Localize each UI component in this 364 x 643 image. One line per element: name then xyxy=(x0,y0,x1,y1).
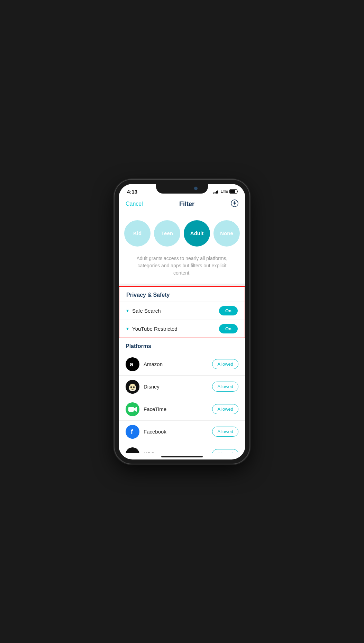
hbo-allowed-btn[interactable]: Allowed xyxy=(212,449,238,453)
safe-search-label: Safe Search xyxy=(132,308,161,314)
facebook-name: Facebook xyxy=(144,429,166,435)
platform-left-hbo: HBO HBO xyxy=(126,447,155,453)
page-title: Filter xyxy=(179,200,194,208)
status-time: 4:13 xyxy=(127,189,137,195)
front-camera xyxy=(194,187,198,190)
chevron-down-icon[interactable]: ▾ xyxy=(126,308,129,313)
svg-rect-8 xyxy=(128,407,134,412)
signal-bar-1 xyxy=(213,193,214,194)
disney-allowed-btn[interactable]: Allowed xyxy=(212,382,238,392)
svg-point-6 xyxy=(130,386,132,388)
amazon-allowed-btn[interactable]: Allowed xyxy=(212,359,238,369)
platform-row-disney: Disney Allowed xyxy=(119,375,245,398)
status-icons: LTE xyxy=(213,189,237,194)
youtube-restricted-row: ▾ YouTube Restricted On xyxy=(119,320,245,338)
age-btn-teen[interactable]: Teen xyxy=(154,220,180,247)
platform-row-facebook: f Facebook Allowed xyxy=(119,420,245,443)
phone-notch xyxy=(156,184,208,194)
phone-screen: 4:13 LTE Cancel Filter xyxy=(119,184,245,459)
chevron-down-icon-2[interactable]: ▾ xyxy=(126,326,129,331)
section-divider xyxy=(119,284,245,286)
platform-left-facebook: f Facebook xyxy=(126,425,166,439)
battery-fill xyxy=(230,190,235,193)
age-btn-adult[interactable]: Adult xyxy=(184,220,210,247)
lte-label: LTE xyxy=(220,189,228,194)
privacy-section-title: Privacy & Safety xyxy=(119,287,245,302)
disney-icon xyxy=(126,380,139,394)
signal-bar-2 xyxy=(215,192,216,194)
facebook-allowed-btn[interactable]: Allowed xyxy=(212,427,238,437)
svg-text:f: f xyxy=(131,428,133,435)
facetime-allowed-btn[interactable]: Allowed xyxy=(212,404,238,414)
platform-left-disney: Disney xyxy=(126,380,160,394)
age-filter-group: Kid Teen Adult None xyxy=(119,213,245,252)
signal-bar-3 xyxy=(216,191,217,194)
youtube-restricted-left: ▾ YouTube Restricted xyxy=(126,326,178,332)
amazon-icon: a xyxy=(126,357,139,371)
hbo-icon: HBO xyxy=(126,447,139,453)
youtube-restricted-label: YouTube Restricted xyxy=(132,326,178,332)
facetime-name: FaceTime xyxy=(144,406,166,412)
header: Cancel Filter xyxy=(119,196,245,213)
facetime-icon xyxy=(126,402,139,416)
cancel-button[interactable]: Cancel xyxy=(126,201,143,207)
signal-bars xyxy=(213,189,218,194)
age-btn-kid[interactable]: Kid xyxy=(124,220,151,247)
amazon-name: Amazon xyxy=(144,361,163,367)
platform-left-facetime: FaceTime xyxy=(126,402,166,416)
privacy-safety-section: Privacy & Safety ▾ Safe Search On ▾ YouT… xyxy=(119,286,245,338)
home-indicator xyxy=(119,453,245,459)
safe-search-row: ▾ Safe Search On xyxy=(119,302,245,320)
home-bar xyxy=(161,456,203,457)
disney-name: Disney xyxy=(144,384,160,390)
safe-search-toggle[interactable]: On xyxy=(219,306,238,315)
svg-point-5 xyxy=(129,384,136,390)
screen-content[interactable]: Cancel Filter Kid Teen Adult xyxy=(119,196,245,453)
platforms-section: Platforms a Amazon Allowed xyxy=(119,338,245,453)
download-icon[interactable] xyxy=(231,199,238,209)
facebook-icon: f xyxy=(126,425,139,439)
platforms-section-title: Platforms xyxy=(119,338,245,353)
svg-text:a: a xyxy=(130,361,134,368)
signal-bar-4 xyxy=(217,190,218,194)
svg-marker-9 xyxy=(134,407,137,412)
age-btn-none[interactable]: None xyxy=(213,220,240,247)
phone-frame: 4:13 LTE Cancel Filter xyxy=(115,180,249,464)
youtube-restricted-toggle[interactable]: On xyxy=(219,324,238,333)
platform-row-facetime: FaceTime Allowed xyxy=(119,398,245,420)
battery-icon xyxy=(229,189,237,194)
safe-search-left: ▾ Safe Search xyxy=(126,308,161,314)
platform-left-amazon: a Amazon xyxy=(126,357,163,371)
platform-row-amazon: a Amazon Allowed xyxy=(119,353,245,375)
svg-point-7 xyxy=(133,386,135,388)
platform-row-hbo: HBO HBO Allowed xyxy=(119,443,245,453)
filter-description: Adult grants access to nearly all platfo… xyxy=(119,252,245,284)
